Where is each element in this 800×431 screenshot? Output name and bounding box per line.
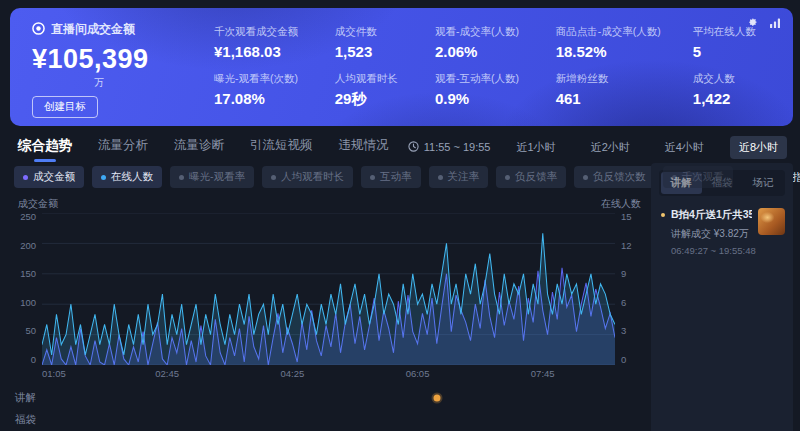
tab-violations[interactable]: 违规情况 xyxy=(339,133,389,161)
metric-value: 17.08% xyxy=(214,90,317,107)
metric-value: 2.06% xyxy=(435,43,538,60)
metric-cell: 商品点击-成交率(人数)18.52% xyxy=(556,25,675,68)
chip-dot xyxy=(271,175,276,180)
metric-label: 观看-互动率(人数) xyxy=(435,72,538,86)
metric-cell: 人均观看时长29秒 xyxy=(335,72,417,115)
right-axis-title: 在线人数 xyxy=(601,197,641,211)
metric-cell: 新增粉丝数461 xyxy=(556,72,675,115)
x-axis-ticks: 01:0502:4504:2506:0507:45 xyxy=(42,368,611,383)
explain-time-range: 06:49:27 ~ 19:55:48 xyxy=(671,245,752,256)
product-thumbnail[interactable] xyxy=(758,208,785,235)
chip-online-users[interactable]: 在线人数 xyxy=(92,166,162,188)
metric-value: 18.52% xyxy=(556,43,675,60)
metric-label: 曝光-观看率(次数) xyxy=(214,72,317,86)
panel-tab-log[interactable]: 场记 xyxy=(742,172,783,194)
metric-value: 29秒 xyxy=(335,90,417,109)
signal-bars-icon[interactable] xyxy=(769,17,781,29)
chip-negative-feedback-rate[interactable]: 负反馈率 xyxy=(496,166,566,188)
hero-metric: 直播间成交金额 ¥105,399 万 创建目标 xyxy=(32,21,200,116)
metric-value: 1,523 xyxy=(335,43,417,60)
metric-value: 461 xyxy=(556,90,675,107)
chip-interaction-rate[interactable]: 互动率 xyxy=(361,166,421,188)
time-range-text: 11:55 ~ 19:55 xyxy=(424,141,491,153)
metric-label: 成交人数 xyxy=(693,72,775,86)
tab-traffic-diagnosis[interactable]: 流量诊断 xyxy=(174,133,224,161)
metric-value: ¥1,168.03 xyxy=(214,43,317,60)
tab-traffic-analysis[interactable]: 流量分析 xyxy=(98,133,148,161)
time-range: 11:55 ~ 19:55 xyxy=(408,141,491,154)
chip-gmv[interactable]: 成交金额 xyxy=(14,166,84,188)
event-row-explain: 讲解 xyxy=(10,387,643,409)
metric-cell: 曝光-观看率(次数)17.08% xyxy=(214,72,317,115)
chip-per-thousand-views[interactable]: 千次观看 xyxy=(663,166,733,188)
chip-dot xyxy=(101,175,106,180)
event-row-label: 福袋 xyxy=(10,413,42,427)
explain-deal-amount: 讲解成交 ¥3.82万 xyxy=(671,227,752,241)
chip-dot xyxy=(23,175,28,180)
metric-label: 观看-成交率(人数) xyxy=(435,25,538,39)
tab-overview-trend[interactable]: 综合趋势 xyxy=(18,133,72,162)
hero-metric-unit: 万 xyxy=(94,76,200,90)
chip-label: 曝光-观看率 xyxy=(189,170,245,184)
trend-section: 成交金额 在线人数 曝光-观看率 人均观看时长 互动率 关注率 负反馈率 负反馈… xyxy=(10,163,643,431)
explain-event-dot[interactable] xyxy=(434,395,441,402)
metric-chips-row: 成交金额 在线人数 曝光-观看率 人均观看时长 互动率 关注率 负反馈率 负反馈… xyxy=(10,163,643,189)
range-option-1h[interactable]: 近1小时 xyxy=(508,136,565,159)
time-filter: 11:55 ~ 19:55 近1小时 近2小时 近4小时 近8小时 xyxy=(408,136,787,159)
chip-negative-feedback-count[interactable]: 负反馈次数 xyxy=(574,166,655,188)
metric-grid: 千次观看成交金额¥1,168.03 成交件数1,523 观看-成交率(人数)2.… xyxy=(200,21,775,116)
chip-label: 负反馈率 xyxy=(515,170,557,184)
chip-label: 千次观看 xyxy=(682,170,724,184)
item-bullet-dot xyxy=(661,213,665,217)
metric-label: 成交件数 xyxy=(335,25,417,39)
event-row-luckybag: 福袋 xyxy=(10,409,643,431)
chip-dot xyxy=(672,175,677,180)
chip-label: 负反馈次数 xyxy=(593,170,646,184)
range-option-4h[interactable]: 近4小时 xyxy=(656,136,713,159)
live-analytics-dashboard: 直播间成交金额 ¥105,399 万 创建目标 千次观看成交金额¥1,168.0… xyxy=(0,0,800,431)
chip-label: 关注率 xyxy=(448,170,480,184)
explain-panel: 讲解 福袋 场记 B拍4斤送1斤共35-4... 讲解成交 ¥3.82万 06:… xyxy=(651,163,793,431)
metric-config-label: 指标配置 xyxy=(792,170,800,185)
metric-label: 新增粉丝数 xyxy=(556,72,675,86)
chip-follow-rate[interactable]: 关注率 xyxy=(429,166,489,188)
metric-value: 0.9% xyxy=(435,90,538,107)
hero-metric-value: ¥105,399 xyxy=(32,44,200,75)
metric-cell: 观看-成交率(人数)2.06% xyxy=(435,25,538,68)
range-option-8h[interactable]: 近8小时 xyxy=(730,136,787,159)
chart-plot-area[interactable] xyxy=(42,213,615,365)
event-track xyxy=(42,387,615,409)
metric-cell: 成交件数1,523 xyxy=(335,25,417,68)
section-header: 综合趋势 流量分析 流量诊断 引流短视频 违规情况 11:55 ~ 19:55 … xyxy=(10,132,793,162)
chip-dot xyxy=(370,175,375,180)
chart-svg xyxy=(42,213,615,365)
chip-dot xyxy=(438,175,443,180)
chip-dot xyxy=(583,175,588,180)
clock-icon xyxy=(408,141,419,154)
metric-value: 1,422 xyxy=(693,90,775,107)
create-goal-button[interactable]: 创建目标 xyxy=(32,96,98,118)
chip-label: 人均观看时长 xyxy=(281,170,344,184)
chip-exposure-view-rate[interactable]: 曝光-观看率 xyxy=(170,166,254,188)
tab-short-video[interactable]: 引流短视频 xyxy=(250,133,313,161)
chip-avg-watch-time[interactable]: 人均观看时长 xyxy=(262,166,353,188)
left-axis-ticks: 250200150100500 xyxy=(10,213,42,365)
main-tabs: 综合趋势 流量分析 流量诊断 引流短视频 违规情况 xyxy=(18,133,389,162)
explain-list-item[interactable]: B拍4斤送1斤共35-4... 讲解成交 ¥3.82万 06:49:27 ~ 1… xyxy=(659,208,785,256)
metric-label: 人均观看时长 xyxy=(335,72,417,86)
chip-label: 互动率 xyxy=(380,170,412,184)
event-rows: 讲解 福袋 xyxy=(10,387,643,431)
metric-cell: 平均在线人数5 xyxy=(693,25,775,68)
metric-cell: 观看-互动率(人数)0.9% xyxy=(435,72,538,115)
chip-dot xyxy=(505,175,510,180)
chip-label: 成交金额 xyxy=(33,170,75,184)
metric-label: 千次观看成交金额 xyxy=(214,25,317,39)
gear-icon[interactable] xyxy=(747,17,759,29)
event-track xyxy=(42,409,615,431)
range-option-2h[interactable]: 近2小时 xyxy=(582,136,639,159)
product-title: B拍4斤送1斤共35-4... xyxy=(671,208,752,222)
chip-label: 在线人数 xyxy=(111,170,153,184)
target-icon xyxy=(32,22,45,38)
event-row-label: 讲解 xyxy=(10,391,42,405)
chip-dot xyxy=(179,175,184,180)
